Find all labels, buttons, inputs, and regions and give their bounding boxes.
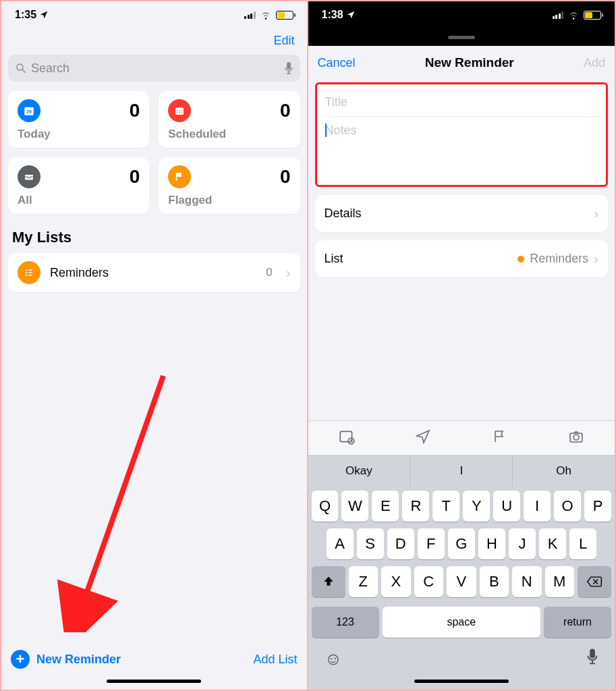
key-c[interactable]: C bbox=[414, 566, 444, 597]
svg-point-16 bbox=[26, 272, 27, 273]
key-h[interactable]: H bbox=[478, 528, 505, 559]
key-e[interactable]: E bbox=[372, 491, 399, 522]
key-i[interactable]: I bbox=[524, 491, 551, 522]
list-row[interactable]: List Reminders › bbox=[315, 240, 609, 277]
key-p[interactable]: P bbox=[584, 491, 611, 522]
shift-key[interactable] bbox=[312, 566, 345, 597]
key-m[interactable]: M bbox=[545, 566, 575, 597]
all-count: 0 bbox=[130, 166, 140, 188]
sheet-title: New Reminder bbox=[425, 55, 514, 70]
kbd-flag-icon[interactable] bbox=[491, 429, 507, 447]
today-card[interactable]: 29 0 Today bbox=[8, 91, 149, 148]
list-label: List bbox=[325, 252, 343, 266]
add-button[interactable]: Add bbox=[584, 56, 605, 70]
new-reminder-sheet-screen: 1:38 Cancel New Reminder Add bbox=[308, 1, 615, 690]
wifi-icon bbox=[260, 10, 272, 20]
battery-icon bbox=[276, 11, 293, 20]
suggestion-2[interactable]: I bbox=[410, 455, 513, 487]
key-q[interactable]: Q bbox=[312, 491, 339, 522]
key-n[interactable]: N bbox=[512, 566, 542, 597]
delete-key[interactable] bbox=[578, 566, 611, 597]
details-row[interactable]: Details › bbox=[315, 195, 609, 232]
today-label: Today bbox=[18, 128, 140, 141]
signal-icon bbox=[244, 11, 256, 19]
scheduled-card[interactable]: 0 Scheduled bbox=[159, 91, 300, 148]
key-b[interactable]: B bbox=[480, 566, 509, 597]
flagged-card[interactable]: 0 Flagged bbox=[159, 157, 300, 214]
sheet-grabber[interactable] bbox=[308, 28, 615, 46]
svg-point-13 bbox=[179, 112, 181, 113]
space-key[interactable]: space bbox=[383, 607, 541, 638]
key-y[interactable]: Y bbox=[463, 491, 490, 522]
return-key[interactable]: return bbox=[544, 607, 611, 638]
kbd-location-icon[interactable] bbox=[415, 429, 431, 447]
key-u[interactable]: U bbox=[493, 491, 520, 522]
key-w[interactable]: W bbox=[341, 491, 368, 522]
suggestion-3[interactable]: Oh bbox=[513, 455, 615, 487]
svg-line-21 bbox=[82, 376, 163, 605]
svg-line-1 bbox=[22, 70, 26, 73]
today-count: 0 bbox=[130, 100, 140, 121]
svg-point-9 bbox=[177, 110, 179, 111]
key-g[interactable]: G bbox=[448, 528, 475, 559]
svg-line-25 bbox=[351, 441, 352, 442]
search-input[interactable]: Search bbox=[8, 55, 300, 82]
all-label: All bbox=[18, 194, 140, 207]
key-k[interactable]: K bbox=[539, 528, 566, 559]
status-bar: 1:35 bbox=[1, 1, 307, 28]
home-indicator[interactable] bbox=[107, 680, 201, 683]
emoji-key[interactable]: ☺ bbox=[325, 648, 343, 669]
signal-icon bbox=[553, 11, 564, 19]
svg-point-17 bbox=[26, 275, 27, 276]
kbd-camera-icon[interactable] bbox=[567, 429, 585, 447]
key-l[interactable]: L bbox=[569, 528, 596, 559]
annotation-arrow bbox=[42, 362, 177, 632]
cancel-button[interactable]: Cancel bbox=[318, 56, 356, 70]
list-name: Reminders bbox=[50, 266, 256, 280]
new-reminder-label: New Reminder bbox=[36, 653, 121, 667]
key-j[interactable]: J bbox=[509, 528, 536, 559]
status-bar: 1:38 bbox=[308, 1, 615, 28]
list-color-dot bbox=[517, 256, 524, 262]
key-a[interactable]: A bbox=[327, 528, 354, 559]
list-count: 0 bbox=[266, 266, 272, 279]
scheduled-count: 0 bbox=[280, 100, 291, 121]
key-x[interactable]: X bbox=[381, 566, 411, 597]
key-d[interactable]: D bbox=[387, 528, 414, 559]
my-lists-heading: My Lists bbox=[1, 214, 307, 253]
wifi-icon bbox=[567, 10, 580, 20]
key-s[interactable]: S bbox=[357, 528, 384, 559]
chevron-right-icon: › bbox=[594, 206, 598, 221]
new-reminder-button[interactable]: + New Reminder bbox=[11, 650, 121, 669]
svg-point-12 bbox=[177, 112, 179, 113]
key-v[interactable]: V bbox=[447, 566, 476, 597]
all-card[interactable]: 0 All bbox=[8, 157, 149, 214]
scheduled-label: Scheduled bbox=[168, 128, 290, 141]
add-list-button[interactable]: Add List bbox=[253, 653, 297, 667]
battery-icon bbox=[584, 11, 601, 20]
suggestion-1[interactable]: Okay bbox=[308, 455, 411, 487]
edit-button[interactable]: Edit bbox=[273, 34, 294, 48]
inbox-icon bbox=[18, 165, 40, 188]
search-icon bbox=[15, 62, 27, 74]
plus-icon: + bbox=[11, 650, 30, 669]
svg-point-11 bbox=[181, 110, 183, 111]
key-t[interactable]: T bbox=[432, 491, 459, 522]
key-o[interactable]: O bbox=[554, 491, 581, 522]
title-input[interactable] bbox=[323, 88, 601, 116]
nav-bar: Edit bbox=[1, 28, 307, 52]
dictation-key[interactable] bbox=[586, 648, 598, 670]
key-f[interactable]: F bbox=[418, 528, 445, 559]
home-indicator[interactable] bbox=[414, 680, 509, 683]
list-value: Reminders bbox=[530, 252, 588, 266]
mic-icon[interactable] bbox=[284, 61, 293, 75]
key-z[interactable]: Z bbox=[349, 566, 379, 597]
key-r[interactable]: R bbox=[402, 491, 429, 522]
svg-point-15 bbox=[26, 269, 27, 271]
kbd-calendar-icon[interactable] bbox=[338, 428, 356, 448]
chevron-right-icon: › bbox=[286, 265, 291, 281]
flag-icon bbox=[168, 165, 191, 188]
list-reminders[interactable]: Reminders 0 › bbox=[8, 253, 300, 292]
numbers-key[interactable]: 123 bbox=[312, 607, 379, 638]
notes-input[interactable] bbox=[323, 117, 601, 144]
